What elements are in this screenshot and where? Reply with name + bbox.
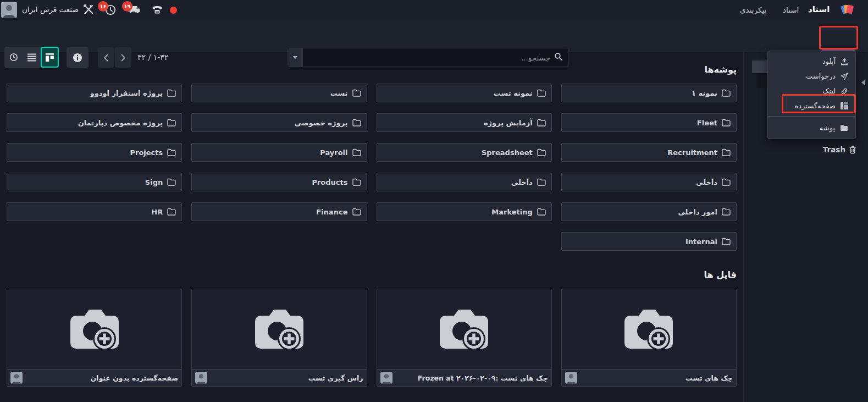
info-button[interactable] <box>67 47 89 68</box>
owner-avatar <box>565 372 577 384</box>
folder-card[interactable]: Fleet <box>561 113 737 132</box>
folder-card[interactable]: Marketing <box>377 202 552 221</box>
folder-name: Payroll <box>320 148 347 157</box>
folder-card[interactable]: تست <box>191 84 367 102</box>
folder-card[interactable]: Internal <box>561 232 737 251</box>
documents-app-icon[interactable] <box>840 3 855 18</box>
folder-name: تست <box>330 89 348 97</box>
folder-outline-icon <box>167 208 176 216</box>
activities-badge: ۱۶ <box>98 1 108 12</box>
folder-name: HR <box>151 208 163 216</box>
folder-card[interactable]: Sign <box>7 173 182 191</box>
menu-item-label: آپلود <box>822 57 836 65</box>
folder-card[interactable]: پروژه استقرار اودوو <box>7 84 182 102</box>
file-card[interactable]: چک های تست <box>561 289 737 387</box>
folder-outline-icon <box>722 238 731 245</box>
send-icon <box>841 73 848 80</box>
folder-card[interactable]: Recruitment <box>561 143 737 162</box>
folder-card[interactable]: Products <box>191 173 367 191</box>
pager-previous-button[interactable] <box>98 47 114 68</box>
folder-card[interactable]: Projects <box>7 143 182 162</box>
recording-indicator-dot[interactable] <box>170 7 177 14</box>
file-card-footer: راس گیری تست <box>192 369 366 386</box>
folder-outline-icon <box>722 119 731 126</box>
folder-card[interactable]: Payroll <box>191 143 367 162</box>
camera-plus-icon <box>438 308 490 351</box>
folder-card[interactable]: نمونه ۱ <box>561 84 737 102</box>
search-input[interactable] <box>308 53 550 62</box>
list-view-button[interactable] <box>23 47 41 68</box>
spreadsheet-icon <box>841 102 848 109</box>
activity-view-button[interactable] <box>4 47 23 68</box>
nav-menu-documents[interactable]: اسناد <box>783 5 799 14</box>
folder-icon <box>840 124 848 131</box>
folder-name: امور داخلی <box>678 208 717 216</box>
file-thumbnail <box>562 289 736 369</box>
menu-item-upload[interactable]: آپلود <box>768 54 855 69</box>
folder-card[interactable]: نمونه تست <box>377 84 552 102</box>
tools-icon[interactable] <box>82 4 95 16</box>
folder-name: Finance <box>316 208 347 216</box>
pager-next-button[interactable] <box>115 47 131 68</box>
files-section-title: فایل ها <box>7 269 737 280</box>
kanban-icon <box>46 53 54 62</box>
control-panel: جدید همه <box>0 20 868 52</box>
voip-phone-icon[interactable] <box>151 4 163 16</box>
file-card[interactable]: راس گیری تست <box>191 289 367 387</box>
folder-name: پروژه خصوصی <box>295 119 348 127</box>
sidebar-collapse-arrow-icon[interactable] <box>861 79 865 86</box>
folder-name: Projects <box>130 148 163 157</box>
file-card[interactable]: صفحه‌گسترده بدون عنوان <box>7 289 182 387</box>
folder-card[interactable]: Spreadsheet <box>377 143 552 162</box>
folder-name: پروژه استقرار اودوو <box>90 89 163 97</box>
folder-card[interactable]: HR <box>7 202 182 221</box>
folder-card[interactable]: آزمایش پروژه <box>377 113 552 132</box>
folder-card[interactable]: پروژه مخصوص دپارتمان <box>7 113 182 132</box>
folder-name: داخلی <box>696 178 717 186</box>
company-name[interactable]: صنعت فرش ایران <box>22 5 79 14</box>
folder-outline-icon <box>537 89 546 97</box>
menu-item-label: صفحه‌گسترده <box>795 102 836 110</box>
chevron-right-icon <box>120 54 126 62</box>
file-card[interactable]: Frozen at ۲۰۲۶-۰۲-۰۹: چک های تست <box>377 289 552 387</box>
folder-outline-icon <box>722 178 731 186</box>
folder-card[interactable]: امور داخلی <box>561 202 737 221</box>
nav-menu-configuration[interactable]: پیکربندی <box>740 5 766 14</box>
folder-outline-icon <box>537 148 546 156</box>
folder-outline-icon <box>167 119 176 126</box>
file-card-footer: Frozen at ۲۰۲۶-۰۲-۰۹: چک های تست <box>377 369 551 386</box>
folder-card[interactable]: داخلی <box>561 173 737 191</box>
chevron-left-icon <box>103 54 109 62</box>
folder-outline-icon <box>722 89 731 97</box>
kanban-view-button[interactable] <box>41 47 59 68</box>
folder-name: آزمایش پروژه <box>484 119 533 127</box>
folder-card[interactable]: Finance <box>191 202 367 221</box>
folder-outline-icon <box>167 178 176 186</box>
menu-item-link[interactable]: لینک <box>768 84 855 98</box>
owner-avatar <box>195 372 207 384</box>
menu-item-spreadsheet[interactable]: صفحه‌گسترده <box>768 98 855 113</box>
search-options-toggle[interactable] <box>288 48 303 67</box>
new-dropdown-menu: آپلود درخواست لینک صفحه‌گسترده پوشه <box>767 51 856 139</box>
folder-name: پروژه مخصوص دپارتمان <box>78 119 163 127</box>
info-icon <box>73 53 82 63</box>
menu-item-folder[interactable]: پوشه <box>768 119 855 136</box>
folder-card[interactable]: پروژه خصوصی <box>191 113 367 132</box>
user-avatar[interactable] <box>1 2 17 18</box>
folder-outline-icon <box>537 208 546 216</box>
upload-icon <box>841 58 848 65</box>
folder-name: Sign <box>145 178 163 186</box>
folder-outline-icon <box>352 89 361 97</box>
camera-plus-icon <box>68 308 121 351</box>
menu-item-request[interactable]: درخواست <box>768 69 855 84</box>
file-name: راس گیری تست <box>308 374 363 382</box>
search-icon <box>554 52 563 63</box>
folders-grid: نمونه ۱ نمونه تست تست پروژه استقرار اودو… <box>7 84 737 251</box>
sidebar-item-trash[interactable]: Trash <box>823 145 856 154</box>
folder-card[interactable]: داخلی <box>377 173 552 191</box>
trash-icon <box>849 146 856 154</box>
view-switcher <box>4 47 59 68</box>
folder-name: Products <box>312 178 347 186</box>
top-navbar: اسناد اسناد پیکربندی صنعت فرش ایران ۱۶ ۱… <box>0 0 868 20</box>
file-name: چک های تست <box>685 374 733 382</box>
